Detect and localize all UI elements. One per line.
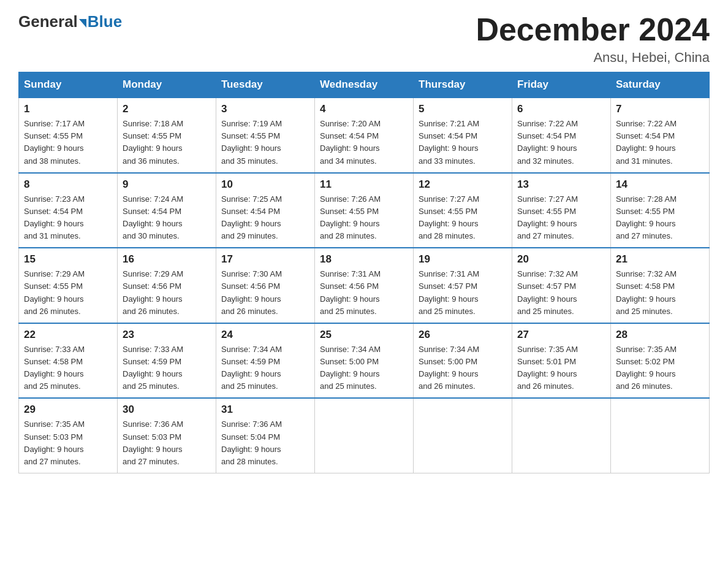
day-info: Sunrise: 7:36 AMSunset: 5:03 PMDaylight:… [123,418,211,468]
day-number: 21 [616,253,704,266]
calendar-day-cell [315,398,414,473]
day-number: 27 [517,329,605,341]
day-number: 4 [320,103,408,115]
day-number: 12 [419,178,507,191]
day-number: 22 [24,329,112,341]
day-number: 29 [24,404,112,416]
logo-triangle-icon [79,19,86,28]
day-info: Sunrise: 7:33 AMSunset: 4:58 PMDaylight:… [24,343,112,393]
logo-blue-text: Blue [88,12,122,31]
logo-general-text: General [18,12,78,31]
day-number: 7 [616,103,704,115]
day-info: Sunrise: 7:31 AMSunset: 4:57 PMDaylight:… [419,268,507,318]
calendar-day-cell: 4Sunrise: 7:20 AMSunset: 4:54 PMDaylight… [315,98,414,173]
day-info: Sunrise: 7:34 AMSunset: 4:59 PMDaylight:… [221,343,309,393]
weekday-header-row: SundayMondayTuesdayWednesdayThursdayFrid… [19,72,710,98]
day-number: 24 [221,329,309,341]
calendar-day-cell: 7Sunrise: 7:22 AMSunset: 4:54 PMDaylight… [611,98,710,173]
day-info: Sunrise: 7:36 AMSunset: 5:04 PMDaylight:… [221,418,309,468]
calendar-day-cell: 20Sunrise: 7:32 AMSunset: 4:57 PMDayligh… [512,248,611,323]
day-number: 2 [123,103,211,115]
calendar-day-cell: 30Sunrise: 7:36 AMSunset: 5:03 PMDayligh… [118,398,216,473]
day-info: Sunrise: 7:32 AMSunset: 4:57 PMDaylight:… [517,268,605,318]
day-info: Sunrise: 7:29 AMSunset: 4:56 PMDaylight:… [123,268,211,318]
calendar-day-cell: 21Sunrise: 7:32 AMSunset: 4:58 PMDayligh… [611,248,710,323]
day-number: 10 [221,178,309,191]
calendar-day-cell: 27Sunrise: 7:35 AMSunset: 5:01 PMDayligh… [512,323,611,399]
calendar-day-cell: 13Sunrise: 7:27 AMSunset: 4:55 PMDayligh… [512,173,611,248]
weekday-header-sunday: Sunday [19,72,118,98]
day-info: Sunrise: 7:35 AMSunset: 5:03 PMDaylight:… [24,418,112,468]
calendar-day-cell [611,398,710,473]
day-number: 11 [320,178,408,191]
calendar-day-cell: 25Sunrise: 7:34 AMSunset: 5:00 PMDayligh… [315,323,414,399]
calendar-day-cell: 2Sunrise: 7:18 AMSunset: 4:55 PMDaylight… [118,98,216,173]
title-area: December 2024 Ansu, Hebei, China [476,12,710,66]
day-info: Sunrise: 7:25 AMSunset: 4:54 PMDaylight:… [221,193,309,243]
calendar-day-cell: 26Sunrise: 7:34 AMSunset: 5:00 PMDayligh… [414,323,512,399]
day-number: 1 [24,103,112,115]
calendar-day-cell: 24Sunrise: 7:34 AMSunset: 4:59 PMDayligh… [216,323,315,399]
day-number: 18 [320,253,408,266]
logo-blue-part: Blue [78,12,122,31]
day-number: 8 [24,178,112,191]
day-info: Sunrise: 7:28 AMSunset: 4:55 PMDaylight:… [616,193,704,243]
calendar-week-row: 22Sunrise: 7:33 AMSunset: 4:58 PMDayligh… [19,323,710,399]
day-number: 15 [24,253,112,266]
logo: General Blue [18,12,122,31]
calendar-table: SundayMondayTuesdayWednesdayThursdayFrid… [18,72,710,473]
day-number: 25 [320,329,408,341]
day-info: Sunrise: 7:23 AMSunset: 4:54 PMDaylight:… [24,193,112,243]
calendar-day-cell: 9Sunrise: 7:24 AMSunset: 4:54 PMDaylight… [118,173,216,248]
day-info: Sunrise: 7:20 AMSunset: 4:54 PMDaylight:… [320,118,408,167]
calendar-day-cell: 17Sunrise: 7:30 AMSunset: 4:56 PMDayligh… [216,248,315,323]
page-header: General Blue December 2024 Ansu, Hebei, … [18,12,710,66]
day-number: 30 [123,404,211,416]
day-number: 17 [221,253,309,266]
calendar-day-cell: 10Sunrise: 7:25 AMSunset: 4:54 PMDayligh… [216,173,315,248]
calendar-day-cell: 15Sunrise: 7:29 AMSunset: 4:55 PMDayligh… [19,248,118,323]
day-info: Sunrise: 7:18 AMSunset: 4:55 PMDaylight:… [123,118,211,167]
calendar-day-cell: 31Sunrise: 7:36 AMSunset: 5:04 PMDayligh… [216,398,315,473]
calendar-week-row: 15Sunrise: 7:29 AMSunset: 4:55 PMDayligh… [19,248,710,323]
weekday-header-saturday: Saturday [611,72,710,98]
day-number: 6 [517,103,605,115]
day-info: Sunrise: 7:19 AMSunset: 4:55 PMDaylight:… [221,118,309,167]
day-info: Sunrise: 7:31 AMSunset: 4:56 PMDaylight:… [320,268,408,318]
day-info: Sunrise: 7:34 AMSunset: 5:00 PMDaylight:… [320,343,408,393]
calendar-day-cell: 5Sunrise: 7:21 AMSunset: 4:54 PMDaylight… [414,98,512,173]
calendar-day-cell [512,398,611,473]
day-number: 28 [616,329,704,341]
day-number: 9 [123,178,211,191]
day-info: Sunrise: 7:35 AMSunset: 5:02 PMDaylight:… [616,343,704,393]
calendar-day-cell [414,398,512,473]
day-number: 16 [123,253,211,266]
day-info: Sunrise: 7:30 AMSunset: 4:56 PMDaylight:… [221,268,309,318]
day-info: Sunrise: 7:22 AMSunset: 4:54 PMDaylight:… [616,118,704,167]
calendar-day-cell: 1Sunrise: 7:17 AMSunset: 4:55 PMDaylight… [19,98,118,173]
calendar-day-cell: 12Sunrise: 7:27 AMSunset: 4:55 PMDayligh… [414,173,512,248]
day-info: Sunrise: 7:29 AMSunset: 4:55 PMDaylight:… [24,268,112,318]
calendar-day-cell: 18Sunrise: 7:31 AMSunset: 4:56 PMDayligh… [315,248,414,323]
day-number: 23 [123,329,211,341]
calendar-week-row: 1Sunrise: 7:17 AMSunset: 4:55 PMDaylight… [19,98,710,173]
calendar-day-cell: 3Sunrise: 7:19 AMSunset: 4:55 PMDaylight… [216,98,315,173]
day-number: 5 [419,103,507,115]
day-number: 26 [419,329,507,341]
day-number: 20 [517,253,605,266]
calendar-day-cell: 6Sunrise: 7:22 AMSunset: 4:54 PMDaylight… [512,98,611,173]
day-info: Sunrise: 7:34 AMSunset: 5:00 PMDaylight:… [419,343,507,393]
calendar-day-cell: 22Sunrise: 7:33 AMSunset: 4:58 PMDayligh… [19,323,118,399]
weekday-header-monday: Monday [118,72,216,98]
day-info: Sunrise: 7:24 AMSunset: 4:54 PMDaylight:… [123,193,211,243]
calendar-day-cell: 14Sunrise: 7:28 AMSunset: 4:55 PMDayligh… [611,173,710,248]
calendar-day-cell: 8Sunrise: 7:23 AMSunset: 4:54 PMDaylight… [19,173,118,248]
calendar-day-cell: 19Sunrise: 7:31 AMSunset: 4:57 PMDayligh… [414,248,512,323]
calendar-week-row: 8Sunrise: 7:23 AMSunset: 4:54 PMDaylight… [19,173,710,248]
calendar-week-row: 29Sunrise: 7:35 AMSunset: 5:03 PMDayligh… [19,398,710,473]
day-number: 3 [221,103,309,115]
weekday-header-friday: Friday [512,72,611,98]
day-info: Sunrise: 7:26 AMSunset: 4:55 PMDaylight:… [320,193,408,243]
day-number: 19 [419,253,507,266]
day-info: Sunrise: 7:21 AMSunset: 4:54 PMDaylight:… [419,118,507,167]
